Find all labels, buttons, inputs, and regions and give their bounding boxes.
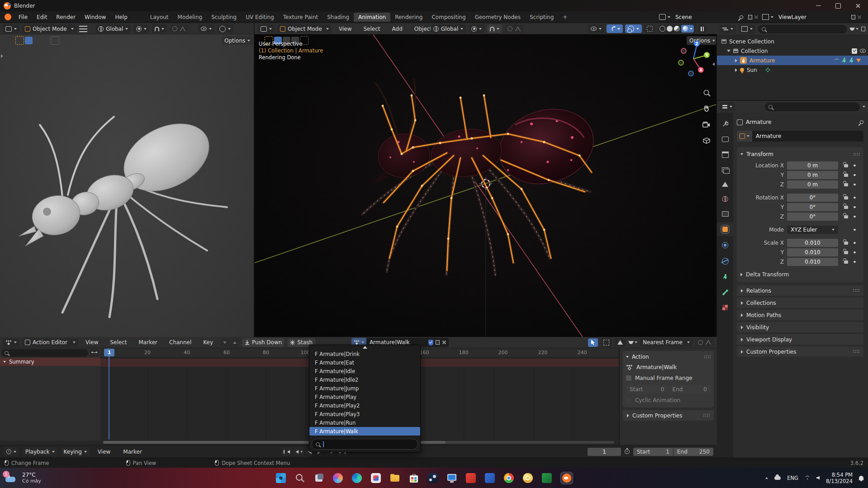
shading-wireframe-button[interactable]	[659, 26, 665, 32]
copilot-icon[interactable]	[333, 473, 343, 483]
panel-collections[interactable]: Collections	[737, 298, 863, 308]
expand-icon[interactable]	[727, 50, 730, 52]
workspace-tab-layout[interactable]: Layout	[146, 13, 173, 22]
cursor-tool-icon[interactable]	[51, 36, 59, 45]
select-menu[interactable]: Select	[359, 26, 384, 32]
left-orientation-dropdown[interactable]: Global	[95, 24, 131, 33]
lock-icon[interactable]	[844, 196, 848, 199]
tree-row-armature[interactable]: Armature	[717, 56, 868, 65]
cyclic-animation-checkbox[interactable]: Cyclic Animation	[626, 397, 711, 403]
manual-frame-range-checkbox[interactable]: Manual Frame Range	[626, 375, 711, 381]
hand-icon[interactable]	[703, 104, 710, 112]
panel-custom-properties[interactable]: Custom Properties	[737, 346, 863, 357]
left-mode-dropdown[interactable]: Object Mode	[22, 24, 76, 33]
left-tool-buttons[interactable]	[15, 36, 59, 45]
shading-material-button[interactable]	[674, 26, 680, 32]
popup-scroll-up-arrow[interactable]	[309, 345, 420, 350]
tray-hidden-icons-chevron[interactable]	[765, 477, 768, 479]
properties-search-input[interactable]	[765, 103, 860, 111]
range-start-field[interactable]: Start0	[626, 385, 668, 393]
camera-view-icon[interactable]	[702, 122, 710, 128]
view-menu[interactable]: View	[334, 26, 356, 32]
workspace-tab-texture-paint[interactable]: Texture Paint	[279, 13, 323, 22]
channel-search-input[interactable]	[1, 349, 88, 357]
viewlayer-name[interactable]: ViewLayer	[778, 14, 806, 20]
menu-render[interactable]: Render	[52, 14, 80, 20]
jump-to-start-button[interactable]	[281, 447, 292, 456]
outliner-filter-button[interactable]	[849, 28, 859, 30]
delete-scene-icon[interactable]	[754, 15, 759, 19]
tab-output-icon[interactable]	[722, 152, 729, 158]
rotation-z-field[interactable]: 0°	[787, 213, 838, 221]
delta-transform-panel-header[interactable]: Delta Transform	[740, 271, 860, 278]
range-end-field[interactable]: End0	[669, 385, 711, 393]
properties-editor-type-button[interactable]	[720, 103, 735, 111]
navigation-gizmo[interactable]: Z Y X	[675, 40, 711, 76]
action-item-drink[interactable]: F Armature|Drink	[309, 350, 420, 358]
ds-menu-marker[interactable]: Marker	[134, 339, 162, 346]
microsoft-store-icon[interactable]	[409, 473, 419, 483]
lock-icon[interactable]	[844, 242, 848, 245]
unlink-action-icon[interactable]	[442, 340, 446, 345]
minimize-button[interactable]	[808, 0, 828, 11]
workspace-tab-shading[interactable]: Shading	[323, 13, 354, 22]
location-x-field[interactable]: 0 m	[787, 161, 838, 170]
right-mode-dropdown[interactable]: Object Mode	[277, 24, 332, 33]
onedrive-icon[interactable]	[774, 476, 781, 480]
pin-id-icon[interactable]	[859, 119, 864, 124]
menu-help[interactable]: Help	[110, 14, 132, 20]
popup-search-input[interactable]	[312, 439, 418, 450]
ds-menu-key[interactable]: Key	[199, 339, 218, 346]
xray-toggle[interactable]	[644, 24, 655, 33]
axis-y-neg-ball[interactable]	[678, 60, 684, 66]
action-unlink-down-button[interactable]	[220, 338, 229, 347]
search-button[interactable]	[295, 473, 305, 483]
blender-taskbar-icon[interactable]	[561, 472, 573, 484]
animate-dot[interactable]	[854, 216, 856, 218]
right-gizmos-toggle[interactable]	[607, 24, 623, 33]
new-scene-icon[interactable]	[748, 15, 752, 19]
snipping-tool-icon[interactable]	[371, 473, 381, 483]
left-collapsed-menus-button[interactable]	[79, 25, 87, 33]
location-y-field[interactable]: 0 m	[787, 171, 838, 179]
notification-bell-icon[interactable]	[859, 476, 863, 480]
lock-icon[interactable]	[844, 251, 848, 254]
right-show-hide-dropdown[interactable]	[588, 24, 604, 33]
blender-menu-icon[interactable]	[5, 14, 11, 20]
animate-dot[interactable]	[854, 206, 856, 208]
ortho-grid-icon[interactable]	[703, 137, 710, 144]
animate-dot[interactable]	[854, 251, 856, 254]
panel-visibility[interactable]: Visibility	[737, 322, 863, 332]
outliner-editor-type-button[interactable]	[720, 25, 736, 33]
action-item-idle[interactable]: F Armature|Idle	[309, 367, 420, 375]
new-viewlayer-icon[interactable]	[851, 15, 855, 19]
workspace-tab-compositing[interactable]: Compositing	[427, 13, 470, 22]
action-item-play3[interactable]: F Armature|Play3	[309, 410, 420, 418]
scene-selector[interactable]: Scene	[659, 13, 759, 22]
timeline-menu-marker[interactable]: Marker	[119, 449, 146, 455]
ds-proportional-toggle[interactable]	[695, 338, 714, 347]
animate-dot[interactable]	[854, 174, 856, 176]
left-toolbar-expand-arrow[interactable]	[1, 54, 3, 58]
lock-icon[interactable]	[844, 215, 848, 218]
action-item-eat[interactable]: F Armature|Eat	[309, 358, 420, 367]
action-item-play[interactable]: F Armature|Play	[309, 393, 420, 401]
left-options-button[interactable]: Options	[222, 36, 253, 45]
tweak-tool-icon[interactable]	[15, 36, 24, 45]
scale-z-field[interactable]: 0.010	[787, 258, 838, 266]
animate-dot[interactable]	[854, 165, 856, 167]
lock-icon[interactable]	[844, 183, 848, 186]
outliner-search-input[interactable]	[758, 25, 847, 33]
only-errors-toggle[interactable]	[615, 338, 626, 347]
dopesheet-filter-button[interactable]	[628, 341, 637, 344]
playback-dropdown[interactable]: Playback	[23, 447, 57, 456]
tab-bone-icon[interactable]	[722, 289, 728, 295]
tab-texture-icon[interactable]	[722, 305, 728, 310]
ds-menu-channel[interactable]: Channel	[165, 339, 196, 346]
dopesheet-mode-dropdown[interactable]: Action Editor	[22, 338, 78, 347]
workspace-tab-rendering[interactable]: Rendering	[390, 13, 427, 22]
shading-rendered-button[interactable]	[681, 25, 694, 33]
new-action-icon[interactable]	[436, 340, 440, 345]
left-gizmos-dropdown[interactable]	[217, 24, 233, 33]
edge-icon[interactable]	[352, 473, 362, 483]
